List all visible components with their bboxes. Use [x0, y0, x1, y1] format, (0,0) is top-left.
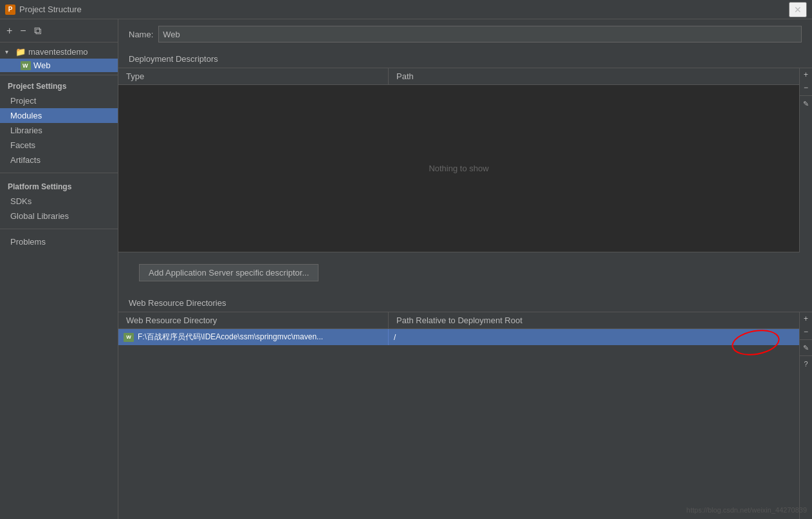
relative-path-column-header: Path Relative to Deployment Root: [389, 312, 799, 328]
sdks-label: SDKs: [10, 196, 32, 206]
web-resource-header: Web Resource Directories: [118, 293, 812, 312]
main-content: + − ⧉ ▾ 📁 maventestdemo W Web Project Se…: [0, 19, 812, 519]
deployment-table-body: Nothing to show: [118, 85, 799, 252]
project-label: Project: [10, 96, 36, 106]
nothing-to-show-text: Nothing to show: [429, 164, 488, 173]
web-resource-table: Web Resource Directory Path Relative to …: [118, 312, 799, 519]
module-tree: ▾ 📁 maventestdemo W Web: [0, 42, 118, 75]
sidebar-item-artifacts[interactable]: Artifacts: [0, 153, 118, 167]
deployment-add-btn[interactable]: +: [800, 68, 812, 81]
tree-root-label: maventestdemo: [28, 47, 88, 57]
sidebar-item-global-libraries[interactable]: Global Libraries: [0, 209, 118, 223]
sidebar-item-sdks[interactable]: SDKs: [0, 194, 118, 209]
deployment-remove-btn[interactable]: −: [800, 81, 812, 94]
expand-arrow: ▾: [5, 48, 13, 55]
global-libraries-label: Global Libraries: [10, 211, 69, 221]
deployment-edit-btn[interactable]: ✎: [800, 97, 812, 110]
title-bar-text: Project Structure: [19, 5, 789, 14]
sidebar-item-facets[interactable]: Facets: [0, 138, 118, 153]
web-module-icon: W: [21, 61, 31, 70]
watermark: https://blog.csdn.net/weixin_44270839: [687, 506, 807, 514]
deployment-descriptors-header: Deployment Descriptors: [118, 49, 812, 68]
path-column-header: Path: [389, 68, 799, 84]
sidebar: + − ⧉ ▾ 📁 maventestdemo W Web Project Se…: [0, 19, 118, 519]
app-icon: P: [5, 5, 15, 15]
remove-button[interactable]: −: [17, 24, 28, 38]
web-edit-btn[interactable]: ✎: [800, 341, 812, 354]
web-remove-btn[interactable]: −: [800, 325, 812, 338]
name-row: Name:: [118, 19, 812, 49]
web-resource-row[interactable]: W F:\百战程序员代码\IDEAcode\ssm\springmvc\mave…: [118, 329, 799, 345]
tree-child-item[interactable]: W Web: [0, 59, 118, 72]
name-label: Name:: [129, 30, 153, 39]
tree-root-item[interactable]: ▾ 📁 maventestdemo: [0, 45, 118, 59]
tree-child-label: Web: [33, 61, 51, 70]
web-directory-cell: W F:\百战程序员代码\IDEAcode\ssm\springmvc\mave…: [118, 329, 389, 345]
sidebar-divider: [0, 173, 118, 173]
directory-column-header: Web Resource Directory: [118, 312, 389, 328]
deployment-table: Type Path Nothing to show: [118, 68, 799, 252]
deployment-side-actions: + − ✎: [799, 68, 812, 252]
sidebar-item-problems[interactable]: Problems: [0, 234, 118, 249]
web-resource-section: Web Resource Directories Web Resource Di…: [118, 293, 812, 519]
sidebar-item-project[interactable]: Project: [0, 93, 118, 108]
name-input[interactable]: [158, 26, 802, 42]
web-side-actions: + − ✎ ?: [799, 312, 812, 519]
libraries-label: Libraries: [10, 126, 42, 135]
facets-label: Facets: [10, 140, 35, 150]
web-table-header: Web Resource Directory Path Relative to …: [118, 312, 799, 329]
title-bar: P Project Structure ✕: [0, 0, 812, 19]
directory-path: F:\百战程序员代码\IDEAcode\ssm\springmvc\maven.…: [138, 332, 323, 343]
add-button[interactable]: +: [4, 24, 15, 38]
sidebar-nav: Project Settings Project Modules Librari…: [0, 75, 118, 519]
web-resource-table-wrapper: Web Resource Directory Path Relative to …: [118, 312, 812, 519]
project-settings-title: Project Settings: [0, 78, 118, 93]
right-panel: Name: Deployment Descriptors Type Path N…: [118, 19, 812, 519]
copy-button[interactable]: ⧉: [32, 24, 44, 38]
relative-path-cell: /: [389, 330, 799, 344]
problems-label: Problems: [10, 237, 46, 247]
deployment-table-header: Type Path: [118, 68, 799, 85]
close-button[interactable]: ✕: [789, 2, 807, 17]
artifacts-label: Artifacts: [10, 155, 41, 165]
project-structure-window: P Project Structure ✕ + − ⧉ ▾ 📁 maventes…: [0, 0, 812, 519]
web-help-btn[interactable]: ?: [800, 357, 812, 370]
type-column-header: Type: [118, 68, 389, 84]
deployment-descriptors-section: Deployment Descriptors Type Path Nothing…: [118, 49, 812, 293]
folder-icon: 📁: [15, 47, 26, 57]
sidebar-item-libraries[interactable]: Libraries: [0, 123, 118, 138]
deployment-table-wrapper: Type Path Nothing to show + − ✎: [118, 68, 812, 252]
directory-icon: W: [124, 333, 134, 342]
add-descriptor-button[interactable]: Add Application Server specific descript…: [139, 264, 318, 281]
platform-settings-title: Platform Settings: [0, 178, 118, 194]
modules-label: Modules: [10, 111, 42, 120]
sidebar-divider-2: [0, 229, 118, 229]
web-add-btn[interactable]: +: [800, 312, 812, 325]
add-descriptor-row: Add Application Server specific descript…: [118, 252, 812, 293]
sidebar-toolbar: + − ⧉: [0, 19, 118, 42]
sidebar-item-modules[interactable]: Modules: [0, 108, 118, 123]
